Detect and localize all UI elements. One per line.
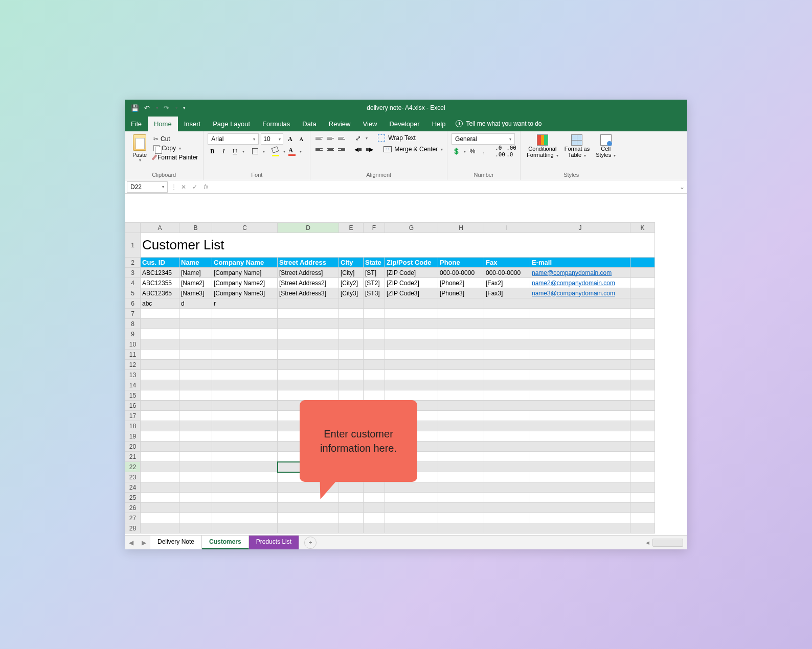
cell[interactable] [385, 319, 438, 329]
cell[interactable]: [Company Name3] [212, 288, 278, 298]
row-header[interactable]: 23 [125, 472, 141, 482]
cell[interactable] [141, 309, 179, 319]
column-header[interactable]: B [179, 223, 212, 233]
cell[interactable] [484, 360, 530, 370]
cell[interactable] [278, 360, 339, 370]
cell[interactable] [530, 513, 630, 523]
cell[interactable]: [ZIP Code2] [385, 278, 438, 288]
column-header[interactable]: D [278, 223, 339, 233]
cell[interactable] [278, 298, 339, 309]
cell[interactable] [364, 298, 385, 309]
ribbon-tab-page-layout[interactable]: Page Layout [207, 117, 256, 131]
add-sheet-button[interactable]: + [304, 537, 317, 549]
cell[interactable] [438, 411, 484, 421]
wrap-text-button[interactable] [377, 133, 386, 143]
cell[interactable] [438, 452, 484, 462]
cell[interactable] [364, 329, 385, 339]
cell[interactable] [630, 350, 655, 360]
cell[interactable] [484, 421, 530, 431]
align-right-button[interactable] [337, 145, 346, 154]
align-top-button[interactable] [314, 133, 324, 143]
cell[interactable] [484, 339, 530, 350]
cell[interactable] [141, 370, 179, 380]
cell[interactable] [484, 523, 530, 534]
cut-button[interactable]: ✂Cut [152, 135, 199, 143]
cell[interactable] [438, 493, 484, 503]
cell[interactable]: [Phone3] [438, 288, 484, 298]
column-header[interactable]: E [339, 223, 364, 233]
cell[interactable] [438, 309, 484, 319]
cell[interactable] [385, 513, 438, 523]
cell[interactable] [484, 503, 530, 513]
cell[interactable] [438, 442, 484, 452]
cell[interactable] [438, 401, 484, 411]
cell[interactable] [530, 482, 630, 493]
qat-customize-icon[interactable]: ▾ [183, 105, 186, 110]
cell[interactable] [141, 319, 179, 329]
cell[interactable] [339, 319, 364, 329]
cell[interactable] [179, 390, 212, 401]
cell[interactable] [179, 411, 212, 421]
cell[interactable] [339, 329, 364, 339]
cell[interactable] [484, 298, 530, 309]
cell[interactable]: [Name] [179, 268, 212, 278]
cell[interactable] [630, 513, 655, 523]
cell[interactable] [484, 309, 530, 319]
cell[interactable] [179, 462, 212, 472]
cell[interactable] [484, 329, 530, 339]
cell[interactable] [530, 431, 630, 442]
cell[interactable] [278, 339, 339, 350]
cell[interactable]: [ST2] [364, 278, 385, 288]
row-header[interactable]: 27 [125, 513, 141, 523]
cell[interactable] [141, 360, 179, 370]
cell[interactable] [385, 298, 438, 309]
font-name-select[interactable]: Arial▾ [208, 133, 259, 145]
cell[interactable] [278, 390, 339, 401]
cell[interactable] [385, 503, 438, 513]
orientation-button[interactable]: ⤢ [353, 133, 363, 143]
align-bottom-button[interactable] [337, 133, 346, 143]
ribbon-tab-review[interactable]: Review [323, 117, 357, 131]
cell[interactable]: [Name3] [179, 288, 212, 298]
cell[interactable] [530, 523, 630, 534]
font-size-select[interactable]: 10▾ [261, 133, 283, 145]
ribbon-tab-file[interactable]: File [125, 117, 148, 131]
cell[interactable] [212, 442, 278, 452]
cell[interactable] [630, 462, 655, 472]
ribbon-tab-help[interactable]: Help [426, 117, 452, 131]
cell[interactable] [385, 370, 438, 380]
row-header[interactable]: 22 [125, 462, 141, 472]
cell[interactable] [179, 493, 212, 503]
save-icon[interactable]: 💾 [131, 104, 139, 112]
cell[interactable] [179, 370, 212, 380]
row-header[interactable]: 14 [125, 380, 141, 390]
cell[interactable] [278, 309, 339, 319]
align-left-button[interactable] [314, 145, 324, 154]
cancel-formula-button[interactable]: ✕ [178, 181, 189, 193]
ribbon-tab-insert[interactable]: Insert [178, 117, 207, 131]
cell[interactable] [484, 472, 530, 482]
cell[interactable] [438, 350, 484, 360]
increase-indent-button[interactable]: ≡▶ [365, 145, 374, 154]
table-header-cell[interactable]: City [339, 258, 364, 268]
cell[interactable]: [Fax3] [484, 288, 530, 298]
decrease-indent-button[interactable]: ◀≡ [353, 145, 363, 154]
cell[interactable] [179, 350, 212, 360]
cell[interactable] [630, 452, 655, 462]
cell[interactable] [484, 482, 530, 493]
column-header[interactable]: C [212, 223, 278, 233]
cell[interactable] [339, 380, 364, 390]
align-center-button[interactable] [326, 145, 335, 154]
redo-icon[interactable]: ↷ [164, 104, 169, 112]
cell[interactable] [339, 309, 364, 319]
row-header[interactable]: 9 [125, 329, 141, 339]
cell[interactable] [278, 523, 339, 534]
cell[interactable] [630, 401, 655, 411]
cell[interactable] [364, 503, 385, 513]
cell[interactable] [438, 462, 484, 472]
decrease-decimal-button[interactable]: .00.0 [507, 147, 516, 156]
table-header-cell[interactable]: Zip/Post Code [385, 258, 438, 268]
cell[interactable] [364, 493, 385, 503]
cell[interactable] [530, 350, 630, 360]
cell[interactable] [438, 523, 484, 534]
